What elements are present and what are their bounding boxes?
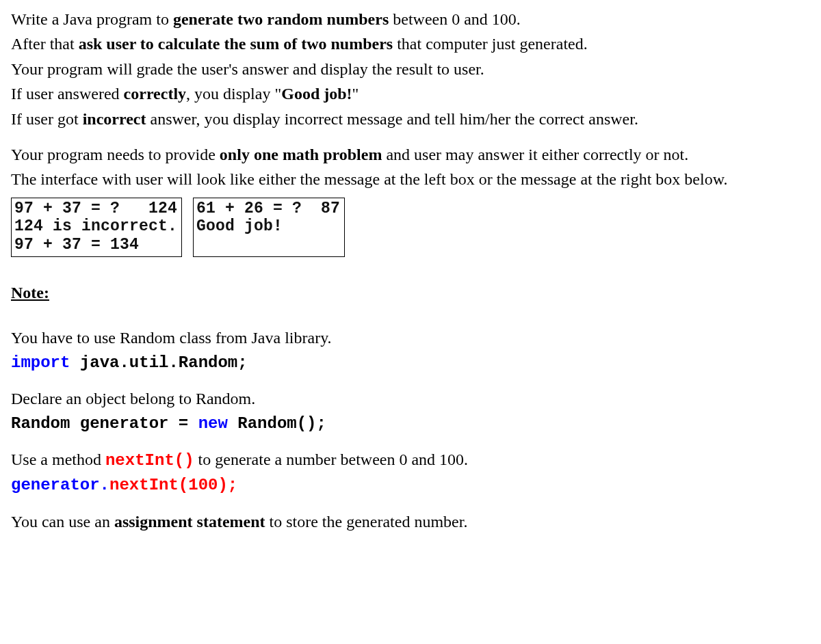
example-box-correct: 61 + 26 = ? 87 Good job! [193,198,345,257]
text: If user answered [11,85,124,103]
example-boxes: 97 + 37 = ? 124 124 is incorrect. 97 + 3… [11,198,810,257]
paragraph-4: If user answered correctly, you display … [11,83,810,105]
code-text: Random(); [228,414,326,433]
code-nextint: generator.nextInt(100); [11,474,810,496]
text-bold: generate two random numbers [173,10,389,28]
note-line-3: Use a method nextInt() to generate a num… [11,448,810,472]
paragraph-2: After that ask user to calculate the sum… [11,33,810,55]
code-text: Random generator = [11,414,198,433]
code-declare: Random generator = new Random(); [11,413,810,435]
text-bold: correctly [124,85,187,103]
code-object: generator. [11,476,109,494]
text: that computer just generated. [393,35,588,53]
note-section: Note: You have to use Random class from … [11,269,810,533]
paragraph-6: Your program needs to provide only one m… [11,144,810,165]
text-bold: assignment statement [114,513,265,531]
text: Use a method [11,451,105,468]
code-text: java.util.Random; [80,353,248,372]
text: , you display " [186,85,281,103]
text: to store the generated number. [265,513,468,531]
text-bold: ask user to calculate the sum of two num… [79,35,393,53]
text: Your program needs to provide [11,146,220,163]
note-line-2: Declare an object belong to Random. [11,388,810,410]
text: After that [11,35,79,53]
text: Write a Java program to [11,10,173,28]
text-bold: Good job! [281,85,352,103]
paragraph-7: The interface with user will look like e… [11,168,810,190]
note-line-1: You have to use Random class from Java l… [11,327,810,349]
text: and user may answer it either correctly … [382,146,688,163]
text: If user got [11,110,83,128]
code-import: import java.util.Random; [11,352,810,374]
text: to generate a number between 0 and 100. [194,451,469,468]
paragraph-1: Write a Java program to generate two ran… [11,8,810,30]
note-heading: Note: [11,282,49,304]
code-method: nextInt(100); [109,476,237,494]
note-line-4: You can use an assignment statement to s… [11,511,810,533]
code-method: nextInt() [105,451,194,470]
text: answer, you display incorrect message an… [146,110,638,128]
text: between 0 and 100. [389,10,521,28]
code-keyword: new [198,414,228,433]
text: You can use an [11,513,114,531]
text-bold: only one math problem [220,146,382,163]
text: " [352,85,359,103]
paragraph-5: If user got incorrect answer, you displa… [11,108,810,130]
paragraph-3: Your program will grade the user's answe… [11,58,810,80]
example-box-incorrect: 97 + 37 = ? 124 124 is incorrect. 97 + 3… [11,198,182,257]
text-bold: incorrect [83,110,146,128]
code-keyword: import [11,353,80,372]
